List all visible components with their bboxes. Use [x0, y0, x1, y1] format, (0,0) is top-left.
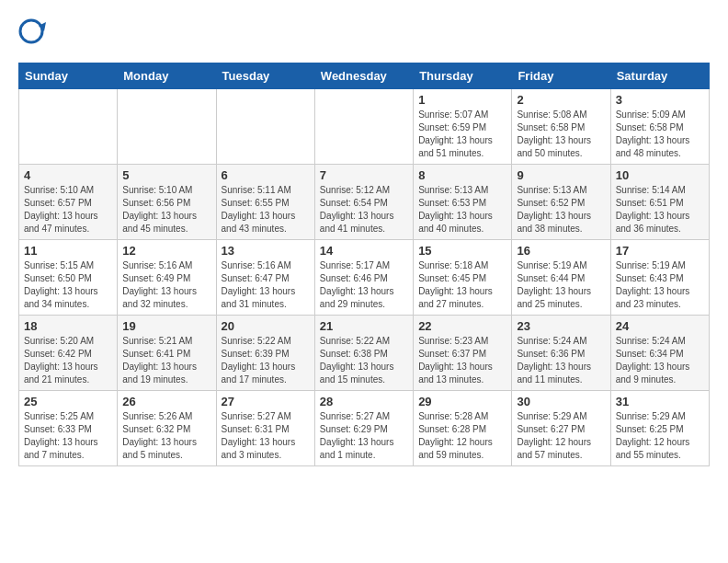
day-number: 14 [320, 244, 408, 258]
day-cell [314, 89, 413, 165]
svg-point-0 [20, 20, 42, 42]
day-info: Sunrise: 5:16 AM Sunset: 6:49 PM Dayligh… [122, 259, 210, 311]
day-cell [216, 89, 314, 165]
day-number: 8 [418, 168, 506, 182]
day-number: 1 [418, 93, 506, 107]
day-info: Sunrise: 5:28 AM Sunset: 6:28 PM Dayligh… [418, 410, 506, 462]
day-cell: 23Sunrise: 5:24 AM Sunset: 6:36 PM Dayli… [512, 316, 610, 391]
day-number: 6 [222, 168, 310, 182]
header-wednesday: Wednesday [314, 63, 413, 89]
day-cell: 20Sunrise: 5:22 AM Sunset: 6:39 PM Dayli… [216, 316, 314, 391]
calendar-header: SundayMondayTuesdayWednesdayThursdayFrid… [19, 63, 710, 89]
day-number: 22 [418, 319, 506, 333]
day-number: 17 [616, 244, 704, 258]
day-cell: 25Sunrise: 5:25 AM Sunset: 6:33 PM Dayli… [19, 391, 118, 466]
day-info: Sunrise: 5:12 AM Sunset: 6:54 PM Dayligh… [320, 184, 408, 236]
day-cell: 7Sunrise: 5:12 AM Sunset: 6:54 PM Daylig… [314, 165, 413, 240]
day-cell: 28Sunrise: 5:27 AM Sunset: 6:29 PM Dayli… [314, 391, 413, 466]
day-cell: 22Sunrise: 5:23 AM Sunset: 6:37 PM Dayli… [414, 316, 512, 391]
day-info: Sunrise: 5:21 AM Sunset: 6:41 PM Dayligh… [122, 335, 210, 386]
day-cell: 27Sunrise: 5:27 AM Sunset: 6:31 PM Dayli… [216, 391, 314, 466]
day-cell: 5Sunrise: 5:10 AM Sunset: 6:56 PM Daylig… [118, 165, 216, 240]
day-info: Sunrise: 5:15 AM Sunset: 6:50 PM Dayligh… [24, 259, 112, 311]
day-cell: 17Sunrise: 5:19 AM Sunset: 6:43 PM Dayli… [610, 240, 709, 316]
day-cell: 1Sunrise: 5:07 AM Sunset: 6:59 PM Daylig… [414, 89, 512, 165]
day-number: 3 [616, 93, 704, 107]
day-info: Sunrise: 5:19 AM Sunset: 6:44 PM Dayligh… [517, 259, 605, 311]
day-info: Sunrise: 5:17 AM Sunset: 6:46 PM Dayligh… [320, 259, 408, 311]
day-number: 18 [24, 319, 112, 333]
day-info: Sunrise: 5:18 AM Sunset: 6:45 PM Dayligh… [418, 259, 506, 311]
day-number: 27 [222, 395, 310, 408]
day-cell: 19Sunrise: 5:21 AM Sunset: 6:41 PM Dayli… [118, 316, 216, 391]
day-info: Sunrise: 5:26 AM Sunset: 6:32 PM Dayligh… [122, 410, 210, 462]
day-cell: 10Sunrise: 5:14 AM Sunset: 6:51 PM Dayli… [610, 165, 709, 240]
day-number: 15 [418, 244, 506, 258]
day-number: 10 [616, 168, 704, 182]
day-cell: 15Sunrise: 5:18 AM Sunset: 6:45 PM Dayli… [414, 240, 512, 316]
day-cell [118, 89, 216, 165]
day-info: Sunrise: 5:10 AM Sunset: 6:56 PM Dayligh… [122, 184, 210, 236]
week-row-4: 25Sunrise: 5:25 AM Sunset: 6:33 PM Dayli… [19, 391, 710, 466]
day-info: Sunrise: 5:23 AM Sunset: 6:37 PM Dayligh… [418, 335, 506, 386]
day-cell [19, 89, 118, 165]
day-info: Sunrise: 5:20 AM Sunset: 6:42 PM Dayligh… [24, 335, 112, 386]
day-cell: 26Sunrise: 5:26 AM Sunset: 6:32 PM Dayli… [118, 391, 216, 466]
day-info: Sunrise: 5:25 AM Sunset: 6:33 PM Dayligh… [24, 410, 112, 462]
day-number: 24 [616, 319, 704, 333]
day-info: Sunrise: 5:16 AM Sunset: 6:47 PM Dayligh… [222, 259, 310, 311]
day-cell: 21Sunrise: 5:22 AM Sunset: 6:38 PM Dayli… [314, 316, 413, 391]
day-cell: 16Sunrise: 5:19 AM Sunset: 6:44 PM Dayli… [512, 240, 610, 316]
day-cell: 31Sunrise: 5:29 AM Sunset: 6:25 PM Dayli… [610, 391, 709, 466]
day-number: 11 [24, 244, 112, 258]
day-info: Sunrise: 5:22 AM Sunset: 6:38 PM Dayligh… [320, 335, 408, 386]
day-cell: 12Sunrise: 5:16 AM Sunset: 6:49 PM Dayli… [118, 240, 216, 316]
day-info: Sunrise: 5:27 AM Sunset: 6:31 PM Dayligh… [222, 410, 310, 462]
day-number: 25 [24, 395, 112, 408]
day-cell: 30Sunrise: 5:29 AM Sunset: 6:27 PM Dayli… [512, 391, 610, 466]
week-row-0: 1Sunrise: 5:07 AM Sunset: 6:59 PM Daylig… [19, 89, 710, 165]
logo-icon [18, 18, 48, 48]
day-number: 21 [320, 319, 408, 333]
week-row-2: 11Sunrise: 5:15 AM Sunset: 6:50 PM Dayli… [19, 240, 710, 316]
day-info: Sunrise: 5:24 AM Sunset: 6:34 PM Dayligh… [616, 335, 704, 386]
day-number: 20 [222, 319, 310, 333]
day-number: 30 [517, 395, 605, 408]
day-cell: 9Sunrise: 5:13 AM Sunset: 6:52 PM Daylig… [512, 165, 610, 240]
day-cell: 3Sunrise: 5:09 AM Sunset: 6:58 PM Daylig… [610, 89, 709, 165]
day-info: Sunrise: 5:13 AM Sunset: 6:52 PM Dayligh… [517, 184, 605, 236]
day-number: 16 [517, 244, 605, 258]
day-info: Sunrise: 5:29 AM Sunset: 6:25 PM Dayligh… [616, 410, 704, 462]
page-header [18, 18, 710, 48]
day-number: 4 [24, 168, 112, 182]
day-info: Sunrise: 5:11 AM Sunset: 6:55 PM Dayligh… [222, 184, 310, 236]
header-thursday: Thursday [414, 63, 512, 89]
day-number: 7 [320, 168, 408, 182]
header-monday: Monday [118, 63, 216, 89]
header-row: SundayMondayTuesdayWednesdayThursdayFrid… [19, 63, 710, 89]
day-info: Sunrise: 5:07 AM Sunset: 6:59 PM Dayligh… [418, 109, 506, 160]
header-friday: Friday [512, 63, 610, 89]
calendar-body: 1Sunrise: 5:07 AM Sunset: 6:59 PM Daylig… [19, 89, 710, 466]
header-tuesday: Tuesday [216, 63, 314, 89]
day-number: 9 [517, 168, 605, 182]
day-cell: 4Sunrise: 5:10 AM Sunset: 6:57 PM Daylig… [19, 165, 118, 240]
day-cell: 6Sunrise: 5:11 AM Sunset: 6:55 PM Daylig… [216, 165, 314, 240]
day-number: 26 [122, 395, 210, 408]
day-cell: 29Sunrise: 5:28 AM Sunset: 6:28 PM Dayli… [414, 391, 512, 466]
day-number: 29 [418, 395, 506, 408]
day-info: Sunrise: 5:19 AM Sunset: 6:43 PM Dayligh… [616, 259, 704, 311]
day-cell: 24Sunrise: 5:24 AM Sunset: 6:34 PM Dayli… [610, 316, 709, 391]
day-number: 19 [122, 319, 210, 333]
day-info: Sunrise: 5:24 AM Sunset: 6:36 PM Dayligh… [517, 335, 605, 386]
day-info: Sunrise: 5:22 AM Sunset: 6:39 PM Dayligh… [222, 335, 310, 386]
day-info: Sunrise: 5:13 AM Sunset: 6:53 PM Dayligh… [418, 184, 506, 236]
week-row-3: 18Sunrise: 5:20 AM Sunset: 6:42 PM Dayli… [19, 316, 710, 391]
day-info: Sunrise: 5:09 AM Sunset: 6:58 PM Dayligh… [616, 109, 704, 160]
day-info: Sunrise: 5:27 AM Sunset: 6:29 PM Dayligh… [320, 410, 408, 462]
day-number: 31 [616, 395, 704, 408]
week-row-1: 4Sunrise: 5:10 AM Sunset: 6:57 PM Daylig… [19, 165, 710, 240]
day-cell: 11Sunrise: 5:15 AM Sunset: 6:50 PM Dayli… [19, 240, 118, 316]
day-number: 23 [517, 319, 605, 333]
header-saturday: Saturday [610, 63, 709, 89]
